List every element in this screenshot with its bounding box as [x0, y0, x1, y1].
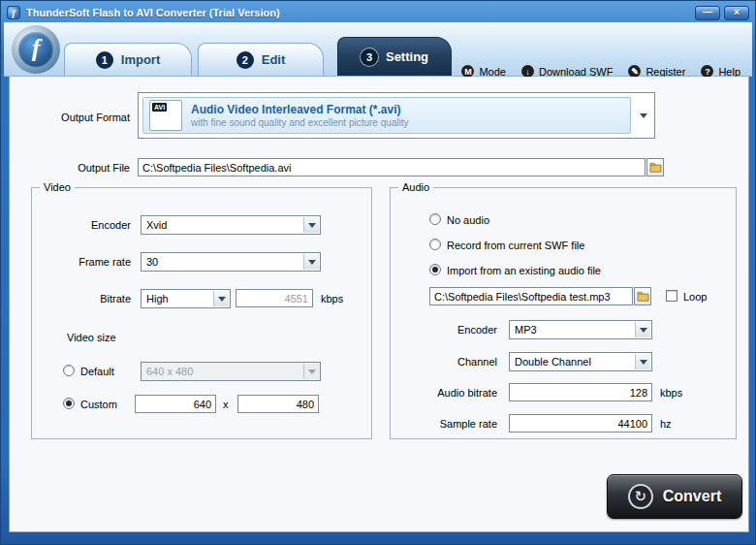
channel-label: Channel	[400, 356, 497, 368]
menu-label: Register	[646, 66, 685, 78]
combo-arrow-button	[635, 322, 650, 337]
tab-label: Import	[121, 52, 160, 67]
audio-bitrate-input[interactable]	[509, 383, 652, 401]
video-encoder-label: Encoder	[38, 219, 131, 231]
frame-rate-select[interactable]: 30	[141, 252, 321, 272]
format-text-block: Audio Video Interleaved Format (*.avi) w…	[191, 103, 409, 128]
chevron-down-icon	[308, 260, 316, 265]
titlebar: f ThunderSoft Flash to AVI Converter (Tr…	[4, 3, 752, 22]
audio-bitrate-unit-label: kbps	[660, 387, 682, 399]
convert-button[interactable]: ↻ Convert	[607, 474, 742, 519]
folder-icon	[649, 162, 662, 173]
tab-number-badge: 2	[236, 51, 254, 69]
record-swf-label: Record from current SWF file	[447, 240, 584, 251]
bitrate-select[interactable]: High	[141, 289, 231, 308]
size-separator-label: x	[223, 399, 229, 410]
default-size-select: 640 x 480	[141, 362, 321, 381]
combo-arrow-button	[303, 364, 319, 379]
window-title: ThunderSoft Flash to AVI Converter (Tria…	[26, 7, 280, 18]
video-encoder-value: Xvid	[146, 219, 167, 231]
no-audio-radio[interactable]	[429, 213, 441, 225]
output-format-label: Output Format	[29, 112, 130, 123]
browse-audio-button[interactable]	[634, 287, 651, 305]
header: f 1 Import 2 Edit 3 Setting M Mode ↓ Dow…	[4, 22, 752, 77]
audio-encoder-select[interactable]: MP3	[509, 320, 652, 339]
browse-output-button[interactable]	[646, 158, 664, 176]
output-file-input[interactable]	[138, 158, 646, 176]
menu-label: Mode	[479, 66, 506, 78]
custom-size-radio[interactable]	[63, 398, 75, 409]
audio-encoder-value: MP3	[515, 324, 537, 336]
combo-arrow-button	[303, 217, 319, 233]
convert-arrows-icon: ↻	[628, 484, 653, 509]
app-icon: f	[7, 6, 20, 19]
chevron-down-icon	[308, 223, 316, 228]
output-format-selected-item: AVI Audio Video Interleaved Format (*.av…	[142, 97, 631, 134]
tab-setting[interactable]: 3 Setting	[337, 37, 452, 76]
audio-encoder-label: Encoder	[400, 324, 497, 336]
default-size-value: 640 x 480	[146, 366, 193, 377]
loop-checkbox[interactable]	[666, 290, 677, 302]
tab-label: Setting	[386, 49, 428, 64]
app-window: f ThunderSoft Flash to AVI Converter (Tr…	[0, 0, 756, 545]
combo-arrow-button	[635, 354, 650, 369]
tab-number-badge: 1	[96, 51, 113, 69]
chevron-down-icon	[640, 113, 647, 118]
combo-arrow-button	[303, 254, 319, 270]
tab-import[interactable]: 1 Import	[64, 43, 192, 76]
close-button[interactable]: ×	[724, 6, 749, 20]
video-group-label: Video	[40, 181, 75, 193]
combo-arrow-button	[213, 291, 229, 306]
flash-logo-icon: f	[18, 32, 53, 67]
convert-label: Convert	[663, 488, 721, 505]
chevron-down-icon	[640, 328, 647, 333]
default-size-label: Default	[80, 366, 114, 377]
folder-icon	[637, 291, 649, 302]
frame-rate-label: Frame rate	[38, 256, 131, 268]
bitrate-value: High	[146, 293, 169, 305]
frame-rate-value: 30	[146, 256, 158, 268]
format-title: Audio Video Interleaved Format (*.avi)	[191, 103, 409, 116]
app-logo: f	[12, 25, 60, 74]
audio-bitrate-label: Audio bitrate	[400, 387, 497, 399]
audio-file-input[interactable]	[429, 287, 633, 305]
channel-value: Double Channel	[515, 356, 591, 368]
menu-label: Help	[718, 66, 740, 78]
menu-label: Download SWF	[539, 66, 613, 78]
record-swf-radio[interactable]	[429, 239, 441, 250]
chevron-down-icon	[218, 297, 226, 302]
tab-label: Edit	[262, 52, 286, 67]
chevron-down-icon	[308, 369, 316, 374]
film-strip-icon	[152, 117, 179, 128]
output-format-select[interactable]: AVI Audio Video Interleaved Format (*.av…	[138, 92, 655, 139]
output-file-label: Output File	[29, 162, 130, 174]
video-size-label: Video size	[67, 332, 116, 343]
audio-group-label: Audio	[398, 181, 433, 193]
video-encoder-select[interactable]: Xvid	[141, 215, 321, 235]
avi-file-icon: AVI	[149, 100, 182, 131]
bitrate-value-input[interactable]	[236, 289, 313, 307]
audio-group: Audio No audio Record from current SWF f…	[390, 187, 737, 439]
bitrate-unit-label: kbps	[321, 293, 343, 305]
channel-select[interactable]: Double Channel	[509, 352, 652, 371]
loop-label: Loop	[683, 291, 707, 303]
custom-height-input[interactable]	[237, 395, 319, 413]
settings-panel: Output Format AVI Audio Video Interleave…	[9, 77, 749, 532]
minimize-button[interactable]: —	[695, 6, 720, 20]
default-size-radio[interactable]	[63, 365, 75, 376]
sample-rate-input[interactable]	[509, 414, 652, 433]
avi-badge: AVI	[152, 103, 167, 112]
custom-width-input[interactable]	[135, 395, 216, 413]
custom-size-label: Custom	[80, 399, 117, 410]
import-audio-radio[interactable]	[429, 264, 441, 275]
format-subtitle: with fine sound quality and excellent pi…	[191, 117, 409, 128]
chevron-down-icon	[640, 360, 647, 365]
tab-number-badge: 3	[361, 48, 378, 66]
tab-edit[interactable]: 2 Edit	[198, 43, 324, 76]
no-audio-label: No audio	[447, 214, 489, 226]
sample-rate-label: Sample rate	[400, 418, 497, 430]
bitrate-label: Bitrate	[38, 293, 131, 305]
video-group: Video Encoder Xvid Frame rate 30 Bitrate…	[31, 187, 372, 439]
import-audio-label: Import from an existing audio file	[447, 265, 601, 276]
sample-rate-unit-label: hz	[660, 418, 672, 430]
